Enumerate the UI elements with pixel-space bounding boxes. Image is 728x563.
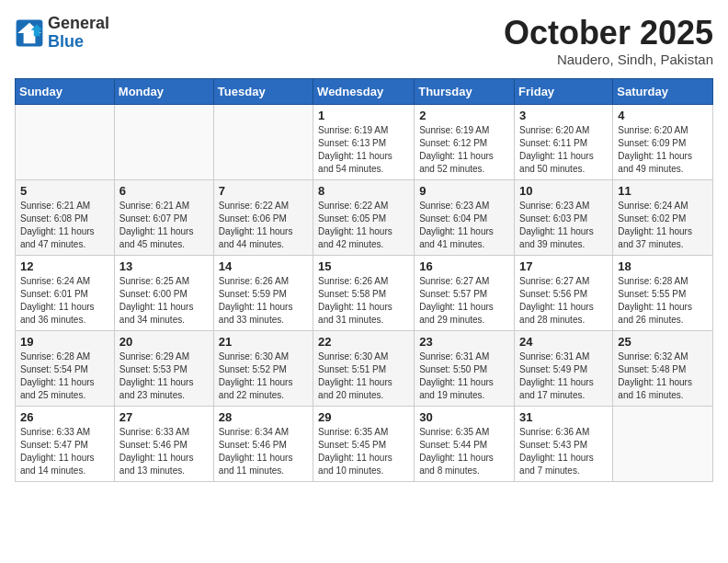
day-info: Sunrise: 6:19 AM Sunset: 6:13 PM Dayligh… (318, 124, 409, 176)
day-number: 4 (618, 109, 708, 122)
calendar-cell (613, 406, 713, 481)
day-info: Sunrise: 6:22 AM Sunset: 6:06 PM Dayligh… (219, 200, 308, 251)
day-number: 29 (318, 410, 409, 424)
calendar-cell: 24Sunrise: 6:31 AM Sunset: 5:49 PM Dayli… (515, 330, 613, 406)
day-number: 24 (519, 335, 608, 349)
day-info: Sunrise: 6:23 AM Sunset: 6:04 PM Dayligh… (419, 200, 509, 251)
day-number: 22 (318, 335, 409, 349)
calendar-cell: 11Sunrise: 6:24 AM Sunset: 6:02 PM Dayli… (613, 179, 713, 255)
day-number: 11 (618, 184, 708, 198)
day-info: Sunrise: 6:25 AM Sunset: 6:00 PM Dayligh… (119, 275, 209, 327)
day-number: 28 (219, 410, 308, 424)
calendar-cell: 25Sunrise: 6:32 AM Sunset: 5:48 PM Dayli… (613, 330, 713, 406)
calendar-week-row: 19Sunrise: 6:28 AM Sunset: 5:54 PM Dayli… (16, 330, 713, 406)
calendar-week-row: 1Sunrise: 6:19 AM Sunset: 6:13 PM Daylig… (16, 104, 713, 179)
calendar-cell: 1Sunrise: 6:19 AM Sunset: 6:13 PM Daylig… (313, 104, 415, 179)
day-number: 25 (618, 335, 708, 349)
page-header: General Blue October 2025 Naudero, Sindh… (15, 15, 713, 67)
weekday-header-thursday: Thursday (415, 78, 515, 104)
day-info: Sunrise: 6:20 AM Sunset: 6:09 PM Dayligh… (618, 124, 708, 176)
calendar-cell (213, 104, 313, 179)
calendar-header-row: SundayMondayTuesdayWednesdayThursdayFrid… (16, 78, 713, 104)
calendar-cell: 4Sunrise: 6:20 AM Sunset: 6:09 PM Daylig… (613, 104, 713, 179)
calendar-cell: 27Sunrise: 6:33 AM Sunset: 5:46 PM Dayli… (114, 406, 213, 481)
day-info: Sunrise: 6:26 AM Sunset: 5:59 PM Dayligh… (219, 275, 308, 327)
calendar-cell: 17Sunrise: 6:27 AM Sunset: 5:56 PM Dayli… (515, 255, 613, 330)
calendar-cell (16, 104, 115, 179)
calendar-cell: 21Sunrise: 6:30 AM Sunset: 5:52 PM Dayli… (213, 330, 313, 406)
day-number: 17 (519, 259, 608, 273)
day-number: 2 (419, 109, 509, 122)
calendar-cell: 10Sunrise: 6:23 AM Sunset: 6:03 PM Dayli… (515, 179, 613, 255)
day-number: 18 (618, 259, 708, 273)
day-number: 21 (219, 335, 308, 349)
day-number: 27 (119, 410, 209, 424)
day-info: Sunrise: 6:26 AM Sunset: 5:58 PM Dayligh… (318, 275, 409, 327)
logo-icon (15, 18, 44, 48)
day-info: Sunrise: 6:19 AM Sunset: 6:12 PM Dayligh… (419, 124, 509, 176)
day-number: 15 (318, 259, 409, 273)
logo-general-text: General (48, 15, 109, 33)
calendar-week-row: 5Sunrise: 6:21 AM Sunset: 6:08 PM Daylig… (16, 179, 713, 255)
day-info: Sunrise: 6:27 AM Sunset: 5:56 PM Dayligh… (519, 275, 608, 327)
day-info: Sunrise: 6:24 AM Sunset: 6:01 PM Dayligh… (20, 275, 109, 327)
calendar-cell: 20Sunrise: 6:29 AM Sunset: 5:53 PM Dayli… (114, 330, 213, 406)
day-number: 13 (119, 259, 209, 273)
day-info: Sunrise: 6:36 AM Sunset: 5:43 PM Dayligh… (519, 426, 608, 477)
day-number: 14 (219, 259, 308, 273)
calendar-cell: 26Sunrise: 6:33 AM Sunset: 5:47 PM Dayli… (16, 406, 115, 481)
calendar-cell: 18Sunrise: 6:28 AM Sunset: 5:55 PM Dayli… (613, 255, 713, 330)
day-number: 23 (419, 335, 509, 349)
day-info: Sunrise: 6:21 AM Sunset: 6:08 PM Dayligh… (20, 200, 109, 251)
weekday-header-tuesday: Tuesday (213, 78, 313, 104)
calendar-cell: 19Sunrise: 6:28 AM Sunset: 5:54 PM Dayli… (16, 330, 115, 406)
calendar-cell: 13Sunrise: 6:25 AM Sunset: 6:00 PM Dayli… (114, 255, 213, 330)
calendar-cell: 7Sunrise: 6:22 AM Sunset: 6:06 PM Daylig… (213, 179, 313, 255)
day-number: 16 (419, 259, 509, 273)
day-number: 19 (20, 335, 109, 349)
day-info: Sunrise: 6:33 AM Sunset: 5:47 PM Dayligh… (20, 426, 109, 477)
calendar-week-row: 26Sunrise: 6:33 AM Sunset: 5:47 PM Dayli… (16, 406, 713, 481)
calendar-cell: 23Sunrise: 6:31 AM Sunset: 5:50 PM Dayli… (415, 330, 515, 406)
calendar-cell: 28Sunrise: 6:34 AM Sunset: 5:46 PM Dayli… (213, 406, 313, 481)
day-info: Sunrise: 6:31 AM Sunset: 5:49 PM Dayligh… (519, 350, 608, 402)
day-number: 3 (519, 109, 608, 122)
day-number: 1 (318, 109, 409, 122)
title-block: October 2025 Naudero, Sindh, Pakistan (504, 15, 713, 67)
day-info: Sunrise: 6:28 AM Sunset: 5:54 PM Dayligh… (20, 350, 109, 402)
day-number: 8 (318, 184, 409, 198)
day-info: Sunrise: 6:35 AM Sunset: 5:44 PM Dayligh… (419, 426, 509, 477)
calendar-cell: 31Sunrise: 6:36 AM Sunset: 5:43 PM Dayli… (515, 406, 613, 481)
calendar-cell: 9Sunrise: 6:23 AM Sunset: 6:04 PM Daylig… (415, 179, 515, 255)
calendar-cell: 15Sunrise: 6:26 AM Sunset: 5:58 PM Dayli… (313, 255, 415, 330)
day-info: Sunrise: 6:31 AM Sunset: 5:50 PM Dayligh… (419, 350, 509, 402)
day-info: Sunrise: 6:23 AM Sunset: 6:03 PM Dayligh… (519, 200, 608, 251)
day-number: 31 (519, 410, 608, 424)
location-text: Naudero, Sindh, Pakistan (504, 52, 713, 67)
weekday-header-friday: Friday (515, 78, 613, 104)
calendar-cell: 6Sunrise: 6:21 AM Sunset: 6:07 PM Daylig… (114, 179, 213, 255)
day-info: Sunrise: 6:20 AM Sunset: 6:11 PM Dayligh… (519, 124, 608, 176)
calendar-cell: 22Sunrise: 6:30 AM Sunset: 5:51 PM Dayli… (313, 330, 415, 406)
day-number: 9 (419, 184, 509, 198)
day-info: Sunrise: 6:33 AM Sunset: 5:46 PM Dayligh… (119, 426, 209, 477)
calendar-cell: 12Sunrise: 6:24 AM Sunset: 6:01 PM Dayli… (16, 255, 115, 330)
day-number: 12 (20, 259, 109, 273)
logo: General Blue (15, 15, 109, 52)
weekday-header-saturday: Saturday (613, 78, 713, 104)
day-number: 6 (119, 184, 209, 198)
day-info: Sunrise: 6:24 AM Sunset: 6:02 PM Dayligh… (618, 200, 708, 251)
day-number: 30 (419, 410, 509, 424)
calendar-cell: 14Sunrise: 6:26 AM Sunset: 5:59 PM Dayli… (213, 255, 313, 330)
calendar-cell: 8Sunrise: 6:22 AM Sunset: 6:05 PM Daylig… (313, 179, 415, 255)
day-number: 5 (20, 184, 109, 198)
day-info: Sunrise: 6:27 AM Sunset: 5:57 PM Dayligh… (419, 275, 509, 327)
day-number: 7 (219, 184, 308, 198)
day-info: Sunrise: 6:29 AM Sunset: 5:53 PM Dayligh… (119, 350, 209, 402)
weekday-header-monday: Monday (114, 78, 213, 104)
calendar-cell: 2Sunrise: 6:19 AM Sunset: 6:12 PM Daylig… (415, 104, 515, 179)
calendar-cell (114, 104, 213, 179)
day-info: Sunrise: 6:30 AM Sunset: 5:52 PM Dayligh… (219, 350, 308, 402)
day-info: Sunrise: 6:30 AM Sunset: 5:51 PM Dayligh… (318, 350, 409, 402)
calendar-cell: 30Sunrise: 6:35 AM Sunset: 5:44 PM Dayli… (415, 406, 515, 481)
